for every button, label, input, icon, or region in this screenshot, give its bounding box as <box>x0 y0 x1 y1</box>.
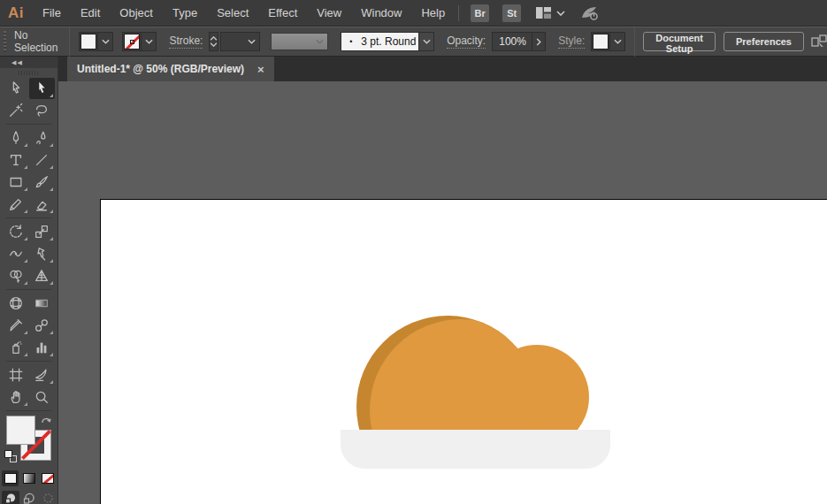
menu-help[interactable]: Help <box>411 0 455 26</box>
symbol-sprayer-tool[interactable] <box>4 337 29 358</box>
artboard-tool[interactable] <box>4 364 29 386</box>
curvature-tool[interactable] <box>29 127 55 149</box>
draw-normal-button[interactable] <box>2 491 19 504</box>
divider <box>6 218 51 218</box>
divider <box>6 410 51 411</box>
hand-tool[interactable] <box>4 386 29 408</box>
opacity-control[interactable]: 100% <box>492 32 546 51</box>
perspective-grid-tool[interactable] <box>29 265 55 286</box>
menu-window[interactable]: Window <box>351 0 411 26</box>
stock-button[interactable]: St <box>502 4 521 22</box>
tab-close-icon[interactable]: × <box>257 64 264 75</box>
mesh-tool[interactable] <box>4 293 29 314</box>
document-tab-title: Untitled-1* @ 50% (RGB/Preview) <box>77 63 244 75</box>
brush-preview: • 3 pt. Round <box>341 33 418 50</box>
shape-builder-tool[interactable] <box>4 265 29 286</box>
blend-tool[interactable] <box>29 315 55 336</box>
pen-tool[interactable] <box>4 127 29 149</box>
bridge-button[interactable]: Br <box>471 4 489 22</box>
gradient-button[interactable] <box>20 470 37 486</box>
draw-inside-button[interactable] <box>39 491 57 504</box>
stroke-indicator-icon <box>130 40 134 44</box>
stroke-color-control[interactable] <box>122 32 157 51</box>
direct-selection-tool[interactable] <box>29 78 55 99</box>
column-graph-tool[interactable] <box>29 337 55 358</box>
color-button[interactable] <box>2 470 19 486</box>
fill-proxy[interactable] <box>6 416 35 445</box>
none-button[interactable] <box>39 470 56 486</box>
default-fill-stroke-icon[interactable] <box>4 450 19 464</box>
width-tool[interactable] <box>4 243 29 264</box>
menu-effect[interactable]: Effect <box>258 0 307 26</box>
free-transform-tool[interactable] <box>29 243 55 264</box>
gradient-tool[interactable] <box>29 293 55 314</box>
style-dropdown[interactable] <box>591 32 625 51</box>
chevron-right-icon[interactable] <box>532 33 545 50</box>
menu-separator <box>458 5 459 21</box>
tools-panel: ◀◀ <box>0 57 58 504</box>
menu-view[interactable]: View <box>307 0 351 26</box>
document-tab-bar: Untitled-1* @ 50% (RGB/Preview) × <box>58 57 827 81</box>
menu-type[interactable]: Type <box>163 0 207 26</box>
chevron-down-icon[interactable] <box>418 33 433 50</box>
document-setup-button[interactable]: Document Setup <box>643 32 716 51</box>
divider <box>6 289 51 290</box>
scale-tool[interactable] <box>29 221 55 242</box>
illustrator-window: Ai File Edit Object Type Select Effect V… <box>0 0 827 504</box>
illustrator-logo: Ai <box>8 4 24 22</box>
menu-select[interactable]: Select <box>207 0 258 26</box>
panel-collapse-button[interactable]: ◀◀ <box>0 57 57 68</box>
canvas-area[interactable] <box>58 81 827 504</box>
fill-stroke-indicator <box>0 414 57 469</box>
eraser-tool[interactable] <box>29 194 55 215</box>
artboard <box>100 199 827 504</box>
style-label[interactable]: Style: <box>558 34 585 49</box>
paintbrush-tool[interactable] <box>29 172 55 193</box>
draw-behind-button[interactable] <box>20 491 38 504</box>
paint-type-buttons <box>0 470 57 486</box>
drawing-mode-buttons <box>0 491 57 504</box>
chevron-down-icon[interactable] <box>97 33 112 50</box>
stroke-width-dropdown[interactable] <box>220 32 260 51</box>
chevron-down-icon[interactable] <box>141 33 156 50</box>
menu-file[interactable]: File <box>33 0 71 26</box>
document-tab[interactable]: Untitled-1* @ 50% (RGB/Preview) × <box>67 57 274 81</box>
divider <box>6 124 51 125</box>
divider <box>6 361 51 362</box>
selection-tool[interactable] <box>4 78 29 99</box>
slice-tool[interactable] <box>29 364 55 386</box>
gpu-performance-icon[interactable] <box>579 4 601 22</box>
panel-dock-icon[interactable] <box>811 34 827 49</box>
menu-edit[interactable]: Edit <box>71 0 110 26</box>
plate-shape <box>341 430 610 469</box>
magic-wand-tool[interactable] <box>4 100 29 121</box>
panel-grip[interactable] <box>4 31 6 52</box>
fill-swatch[interactable] <box>80 34 96 50</box>
menu-object[interactable]: Object <box>110 0 163 26</box>
swap-fill-stroke-icon[interactable] <box>40 414 53 430</box>
stroke-label[interactable]: Stroke: <box>169 34 203 49</box>
lasso-tool[interactable] <box>29 100 55 121</box>
preferences-button[interactable]: Preferences <box>724 32 804 51</box>
opacity-label[interactable]: Opacity: <box>447 34 486 49</box>
rotate-tool[interactable] <box>4 221 29 242</box>
fill-color-control[interactable] <box>79 32 113 51</box>
bread-on-plate-artwork[interactable] <box>336 309 615 473</box>
type-tool[interactable] <box>4 149 29 171</box>
eyedropper-tool[interactable] <box>4 315 29 336</box>
rectangle-tool[interactable] <box>4 172 29 193</box>
stroke-width-stepper[interactable] <box>209 32 218 51</box>
chevron-down-icon[interactable] <box>609 33 624 50</box>
zoom-tool[interactable] <box>29 386 55 408</box>
width-profile-dropdown <box>271 33 328 50</box>
panel-grip[interactable] <box>0 68 57 78</box>
divider <box>69 27 70 57</box>
stroke-swatch-none[interactable] <box>124 34 140 50</box>
pencil-tool[interactable] <box>4 194 29 215</box>
control-bar: No Selection Stroke: <box>0 27 827 57</box>
opacity-input[interactable]: 100% <box>493 35 532 48</box>
brush-definition-dropdown[interactable]: • 3 pt. Round <box>341 32 434 51</box>
workspace-switcher-icon[interactable] <box>536 7 565 19</box>
style-swatch[interactable] <box>593 34 609 50</box>
line-segment-tool[interactable] <box>29 149 55 171</box>
